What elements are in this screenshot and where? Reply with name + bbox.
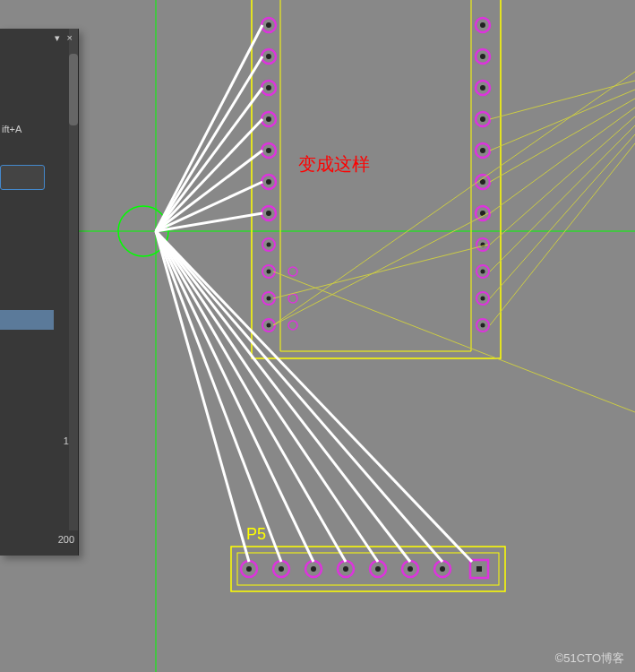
selected-row[interactable] (0, 310, 54, 330)
panel-scrollbar[interactable] (69, 29, 78, 530)
svg-point-48 (246, 566, 252, 572)
svg-line-67 (156, 151, 262, 231)
svg-point-26 (480, 22, 485, 28)
svg-point-50 (279, 566, 284, 572)
svg-line-64 (156, 56, 262, 231)
svg-point-60 (440, 566, 445, 572)
svg-line-80 (490, 99, 635, 182)
svg-point-3 (266, 54, 271, 59)
svg-point-19 (267, 297, 271, 301)
svg-line-86 (273, 213, 488, 325)
close-icon[interactable]: × (67, 32, 73, 44)
svg-point-34 (480, 148, 485, 153)
svg-point-54 (343, 566, 348, 572)
svg-point-5 (266, 85, 271, 90)
top-component-outline[interactable] (252, 0, 501, 358)
svg-line-79 (490, 90, 635, 151)
text-input[interactable] (0, 165, 45, 190)
svg-point-44 (481, 297, 485, 301)
svg-rect-62 (476, 566, 482, 572)
watermark: ©51CTO博客 (555, 650, 624, 667)
svg-point-42 (481, 270, 485, 274)
top-left-pads[interactable] (262, 18, 297, 332)
svg-point-9 (266, 148, 271, 153)
svg-point-46 (481, 323, 485, 328)
svg-line-85 (490, 143, 635, 325)
properties-panel[interactable]: ▾ × ift+A 10 200 (0, 29, 79, 556)
svg-point-7 (266, 116, 271, 122)
svg-line-65 (156, 88, 262, 231)
ratsnest-thin-right (273, 72, 635, 412)
svg-line-81 (490, 108, 635, 213)
scrollthumb[interactable] (69, 54, 78, 125)
shortcut-label: ift+A (2, 124, 21, 134)
svg-line-66 (156, 119, 262, 231)
annotation-text: 变成这样 (298, 152, 370, 177)
svg-point-24 (288, 321, 297, 330)
svg-point-22 (288, 267, 297, 276)
svg-point-13 (266, 211, 271, 216)
svg-point-21 (267, 323, 271, 328)
svg-point-32 (480, 116, 485, 122)
svg-point-28 (480, 54, 485, 59)
svg-line-71 (156, 231, 281, 562)
svg-line-83 (490, 125, 635, 271)
svg-point-30 (480, 85, 485, 90)
svg-point-11 (266, 179, 271, 185)
svg-line-73 (156, 231, 346, 562)
svg-line-76 (156, 231, 442, 562)
svg-line-75 (156, 231, 410, 562)
svg-point-15 (267, 243, 271, 247)
svg-line-89 (273, 72, 635, 325)
svg-point-23 (288, 294, 297, 303)
bottom-pads[interactable] (241, 560, 488, 578)
value-200: 200 (58, 534, 74, 545)
svg-point-1 (266, 22, 271, 28)
ratsnest-white-fan-bottom (156, 231, 472, 562)
minimize-icon[interactable]: ▾ (55, 32, 60, 44)
svg-line-87 (273, 245, 488, 298)
svg-point-56 (375, 566, 381, 572)
svg-point-52 (311, 566, 316, 572)
svg-line-82 (490, 116, 635, 245)
svg-point-17 (267, 270, 271, 274)
pcb-canvas[interactable] (0, 0, 635, 672)
svg-line-84 (490, 134, 635, 298)
svg-line-88 (273, 271, 635, 412)
ratsnest-white-fan-top (156, 25, 262, 231)
component-label-p5: P5 (246, 525, 266, 544)
svg-line-63 (156, 25, 262, 231)
svg-point-58 (408, 566, 413, 572)
